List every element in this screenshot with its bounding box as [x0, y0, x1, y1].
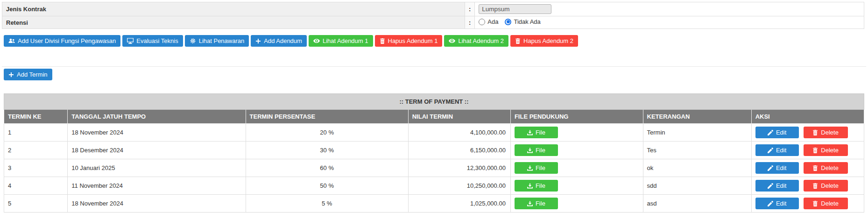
- cell-keterangan: sdd: [643, 177, 751, 195]
- button-label: File: [536, 129, 545, 136]
- contract-detail-page: Jenis Kontrak : Retensi : Ada Tidak Ada: [0, 0, 868, 213]
- lihat-adendum-2-button[interactable]: Lihat Adendum 2: [444, 35, 508, 47]
- header-nilai-termin: NILAI TERMIN: [408, 110, 510, 124]
- eye-icon: [313, 38, 320, 44]
- delete-button[interactable]: Delete: [804, 162, 848, 174]
- button-label: Hapus Adendum 1: [388, 37, 438, 44]
- download-icon: [527, 130, 533, 135]
- button-label: Delete: [821, 182, 839, 189]
- retensi-option-ada[interactable]: Ada: [479, 18, 498, 25]
- delete-button[interactable]: Delete: [804, 198, 848, 209]
- cell-termin-persentase: 20 %: [246, 124, 408, 142]
- add-adendum-button[interactable]: Add Adendum: [251, 35, 307, 47]
- cell-tanggal-jatuh-tempo: 11 November 2024: [68, 177, 246, 195]
- form-row-jenis-kontrak: Jenis Kontrak :: [2, 2, 864, 16]
- pencil-icon: [768, 183, 773, 189]
- button-label: Delete: [821, 164, 839, 171]
- cell-nilai-termin: 10,250,000.00: [408, 177, 510, 195]
- trash-icon: [515, 38, 521, 44]
- file-button[interactable]: File: [515, 180, 558, 192]
- trash-icon: [812, 148, 818, 153]
- hapus-adendum-2-button[interactable]: Hapus Adendum 2: [510, 35, 578, 47]
- add-user-divisi-fungsi-pengawasan-button[interactable]: Add User Divisi Fungsi Pengawasan: [4, 35, 120, 47]
- header-termin-persentase: TERMIN PERSENTASE: [246, 110, 408, 124]
- trash-icon: [812, 201, 818, 206]
- cell-nilai-termin: 1,025,000.00: [408, 195, 510, 213]
- radio-ada[interactable]: [479, 19, 485, 25]
- jenis-kontrak-label: Jenis Kontrak: [2, 2, 465, 16]
- button-label: Edit: [776, 147, 786, 154]
- term-of-payment-table: :: TERM OF PAYMENT :: TERMIN KE TANGGAL …: [4, 93, 864, 213]
- retensi-option-tidak-ada[interactable]: Tidak Ada: [505, 18, 540, 25]
- button-label: File: [536, 200, 545, 207]
- radio-tidak-ada[interactable]: [505, 19, 511, 25]
- edit-button[interactable]: Edit: [755, 162, 799, 174]
- table-title-row: :: TERM OF PAYMENT ::: [4, 94, 864, 110]
- add-termin-button[interactable]: Add Termin: [4, 69, 52, 80]
- pencil-icon: [768, 148, 773, 153]
- edit-button[interactable]: Edit: [755, 144, 799, 156]
- edit-button[interactable]: Edit: [755, 180, 799, 192]
- plus-icon: [255, 38, 261, 44]
- cell-tanggal-jatuh-tempo: 18 November 2024: [68, 124, 246, 142]
- users-icon: [8, 38, 15, 44]
- button-label: Edit: [776, 182, 786, 189]
- edit-button[interactable]: Edit: [755, 127, 799, 138]
- button-label: Lihat Penawaran: [199, 37, 245, 44]
- table-row: 2 18 Desember 2024 30 % 6,150,000.00 Fil…: [4, 142, 864, 159]
- button-label: Edit: [776, 200, 786, 207]
- cell-termin-persentase: 5 %: [246, 195, 408, 213]
- jenis-kontrak-value-cell: [475, 2, 864, 16]
- cell-aksi: Edit Delete: [751, 159, 864, 177]
- cell-tanggal-jatuh-tempo: 18 Desember 2024: [68, 142, 246, 159]
- button-label: File: [536, 182, 545, 189]
- cell-file-pendukung: File: [510, 159, 643, 177]
- pencil-icon: [768, 165, 773, 171]
- delete-button[interactable]: Delete: [804, 127, 848, 138]
- row-actions: Edit Delete: [755, 144, 860, 156]
- pencil-icon: [768, 130, 773, 135]
- row-actions: Edit Delete: [755, 127, 860, 138]
- section-divider: [2, 66, 866, 67]
- contract-form: Jenis Kontrak : Retensi : Ada Tidak Ada: [2, 2, 864, 29]
- radio-tidak-ada-label: Tidak Ada: [514, 18, 540, 25]
- hapus-adendum-1-button[interactable]: Hapus Adendum 1: [375, 35, 443, 47]
- trash-icon: [812, 165, 818, 171]
- file-button[interactable]: File: [515, 144, 558, 156]
- eye-icon: [449, 38, 455, 44]
- cell-file-pendukung: File: [510, 124, 643, 142]
- row-actions: Edit Delete: [755, 162, 860, 174]
- retensi-label: Retensi: [2, 16, 465, 29]
- button-label: Delete: [821, 200, 839, 207]
- file-button[interactable]: File: [515, 127, 558, 138]
- lihat-penawaran-button[interactable]: Lihat Penawaran: [185, 35, 249, 47]
- button-label: Lihat Adendum 2: [458, 37, 504, 44]
- jenis-kontrak-input: [479, 4, 551, 14]
- table-row: 4 11 November 2024 50 % 10,250,000.00 Fi…: [4, 177, 864, 195]
- cell-tanggal-jatuh-tempo: 18 November 2024: [68, 195, 246, 213]
- download-icon: [527, 201, 533, 206]
- delete-button[interactable]: Delete: [804, 144, 848, 156]
- edit-button[interactable]: Edit: [755, 198, 799, 209]
- retensi-radio-group: Ada Tidak Ada: [479, 18, 540, 25]
- retensi-value-cell: Ada Tidak Ada: [475, 16, 864, 29]
- table-title: :: TERM OF PAYMENT ::: [4, 94, 864, 110]
- table-header-row: TERMIN KE TANGGAL JATUH TEMPO TERMIN PER…: [4, 110, 864, 124]
- file-button[interactable]: File: [515, 162, 558, 174]
- button-label: Hapus Adendum 2: [523, 37, 573, 44]
- cell-termin-persentase: 60 %: [246, 159, 408, 177]
- evaluasi-teknis-button[interactable]: Evaluasi Teknis: [122, 35, 183, 47]
- desktop-icon: [127, 38, 134, 44]
- cell-termin-persentase: 30 %: [246, 142, 408, 159]
- trash-icon: [812, 130, 818, 135]
- cell-termin-ke: 5: [4, 195, 68, 213]
- delete-button[interactable]: Delete: [804, 180, 848, 192]
- plus-icon: [8, 72, 14, 78]
- cell-nilai-termin: 12,300,000.00: [408, 159, 510, 177]
- button-label: Delete: [821, 147, 839, 154]
- lihat-adendum-1-button[interactable]: Lihat Adendum 1: [309, 35, 373, 47]
- header-termin-ke: TERMIN KE: [4, 110, 68, 124]
- file-button[interactable]: File: [515, 198, 558, 209]
- contract-actions-toolbar: Add User Divisi Fungsi Pengawasan Evalua…: [4, 35, 864, 47]
- pencil-icon: [768, 201, 773, 206]
